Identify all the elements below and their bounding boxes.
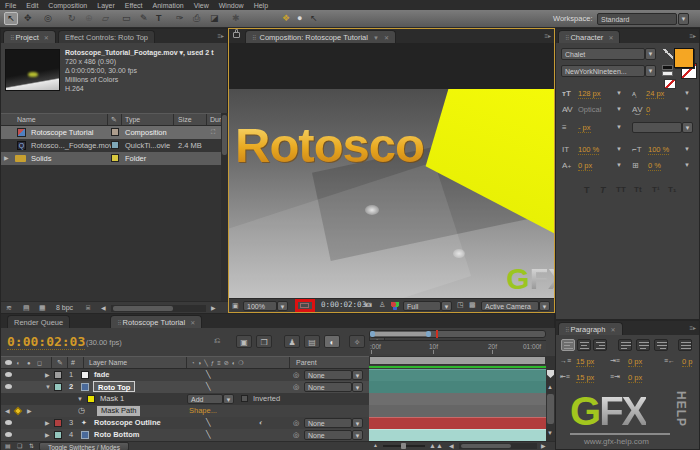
menu-window[interactable]: Window	[214, 2, 249, 9]
tracking-value[interactable]: 0	[646, 105, 650, 115]
twirl-icon[interactable]: ▶	[45, 417, 50, 429]
horizontal-scale-arrow[interactable]: ▼	[684, 146, 690, 152]
time-navigator[interactable]	[369, 330, 546, 338]
hscroll-right-icon[interactable]: ▶	[541, 442, 546, 449]
twirl-icon[interactable]: ▼	[77, 393, 83, 405]
space-before-value[interactable]: 15 px	[576, 373, 594, 383]
stopwatch-icon[interactable]: ◷	[78, 405, 85, 417]
fill-color-swatch[interactable]	[674, 48, 694, 68]
selection-tool-icon[interactable]: ↖	[4, 12, 18, 25]
axis-mode-icon[interactable]: ❖	[282, 13, 290, 23]
layer-bar-outline[interactable]	[369, 417, 546, 429]
bw-swatch-white[interactable]	[662, 71, 673, 76]
hand-tool-icon[interactable]: ✥	[24, 13, 32, 23]
hscroll-left-icon[interactable]: ◀	[449, 442, 454, 449]
composition-viewer[interactable]: Rotosco GFX	[229, 43, 554, 298]
kerning-arrow[interactable]: ▼	[616, 106, 622, 112]
project-row-footage[interactable]: Q Rotosco..._Footage.mov QuickTi...ovie …	[1, 139, 221, 152]
workspace-select[interactable]: Standard	[597, 13, 677, 25]
brainstorm-icon[interactable]: ✧	[349, 335, 365, 348]
all-caps-button[interactable]: TT	[616, 185, 626, 194]
eraser-tool-icon[interactable]: ◪	[210, 13, 219, 23]
switch-slash[interactable]: ╲	[206, 429, 211, 441]
timeline-zoom-slider[interactable]	[383, 445, 425, 447]
menu-help[interactable]: Help	[249, 2, 273, 9]
layer-row-roto-bottom[interactable]: ▶ 4 Roto Bottom ╲ ◎ None ▼	[1, 429, 369, 441]
stroke-width-value[interactable]: - px	[578, 123, 591, 133]
puppet-pin-tool-icon[interactable]: ✱	[232, 13, 240, 23]
parent-arrow[interactable]: ▼	[352, 370, 363, 380]
space-after-value[interactable]: 0 px	[628, 373, 642, 383]
label-chip-tan[interactable]	[111, 128, 119, 136]
camera-select[interactable]: Active Camera	[481, 301, 539, 311]
motion-blur-icon[interactable]: ◐	[324, 335, 340, 348]
panel-menu-icon[interactable]: ≡▸	[689, 32, 696, 39]
channels-icon[interactable]	[391, 302, 399, 310]
magnification-select[interactable]: 100%	[243, 301, 277, 311]
tab-project[interactable]: ⠿Project ✕	[3, 30, 56, 43]
layer-name[interactable]: Roto Top	[93, 381, 135, 392]
project-hscrollbar[interactable]	[111, 305, 206, 312]
expand-icon[interactable]: ⛶	[211, 126, 215, 139]
pan-behind-tool-icon[interactable]: ▱	[102, 13, 109, 23]
mask-mode-arrow[interactable]: ▼	[223, 394, 234, 404]
workspace-dropdown-arrow[interactable]: ▼	[678, 13, 689, 25]
switch-slash[interactable]: ╲	[206, 369, 211, 381]
mask-name[interactable]: Mask 1	[100, 393, 124, 405]
align-right-button[interactable]	[593, 339, 607, 351]
mask-path-row[interactable]: ◀ ▶ ◷ Mask Path Shape...	[1, 405, 369, 417]
baseline-shift-value[interactable]: 0 px	[578, 161, 592, 171]
project-row-composition[interactable]: Rotoscope Tutorial Composition ⛶	[1, 126, 221, 139]
label-column-icon[interactable]: ✎	[111, 114, 117, 126]
indent-right-value[interactable]: 0 p	[682, 357, 692, 367]
keyframe-next-icon[interactable]: ▶	[27, 405, 32, 417]
tab-effect-controls[interactable]: Effect Controls: Roto Top	[58, 30, 155, 43]
show-snapshot-icon[interactable]: ♙	[379, 299, 385, 311]
time-ruler[interactable]: :00f 10f 20f 01:00f	[369, 340, 546, 354]
panel-menu-icon[interactable]: ≡▸	[217, 32, 224, 39]
magnification-arrow[interactable]: ▼	[277, 301, 288, 311]
viewer-timecode[interactable]: 0:00:02:03	[321, 299, 366, 311]
resolution-select[interactable]: Full	[403, 301, 441, 311]
twirl-icon[interactable]: ▶	[4, 152, 9, 165]
navigator-cti[interactable]	[436, 330, 438, 338]
mask-row[interactable]: ▼ Mask 1 Add ▼ Inverted	[1, 393, 369, 405]
layer-name[interactable]: Roto Bottom	[94, 429, 139, 441]
menu-composition[interactable]: Composition	[43, 2, 92, 9]
menu-edit[interactable]: Edit	[21, 2, 43, 9]
keyframe-diamond-icon[interactable]	[14, 407, 22, 415]
menu-file[interactable]: File	[0, 2, 21, 9]
leading-arrow[interactable]: ▼	[684, 90, 690, 96]
pin-mode-icon[interactable]: ●	[297, 13, 302, 23]
switch-slash[interactable]: ╲	[206, 417, 211, 429]
mask-color-chip[interactable]	[87, 395, 95, 403]
layer-bar-roto-bottom[interactable]	[369, 429, 546, 441]
toggle-switches-button[interactable]: Toggle Switches / Modes	[39, 442, 129, 450]
expand-layers-icon[interactable]: ▤	[5, 442, 11, 449]
twirl-icon[interactable]: ▼	[45, 381, 51, 393]
vertical-scale-value[interactable]: 100 %	[578, 145, 599, 155]
horizontal-scale-value[interactable]: 100 %	[648, 145, 669, 155]
justify-last-left-button[interactable]	[618, 339, 632, 351]
faux-bold-button[interactable]: T	[584, 185, 590, 195]
project-vscrollbar[interactable]	[221, 113, 228, 301]
layer-row-roto-top[interactable]: ▼ 2 Roto Top ╲ ◎ None ▼	[1, 381, 369, 393]
label-chip-blue[interactable]	[111, 141, 119, 149]
justify-last-right-button[interactable]	[654, 339, 668, 351]
lock-column-icon[interactable]: ◻	[37, 357, 42, 369]
small-caps-button[interactable]: Tt	[634, 185, 642, 194]
draft-3d-icon[interactable]: ❒	[256, 335, 272, 348]
justify-last-center-button[interactable]	[636, 339, 650, 351]
close-icon[interactable]: ✕	[44, 32, 49, 45]
justify-all-button[interactable]	[678, 339, 692, 351]
work-area-bar[interactable]	[369, 356, 546, 365]
scroll-up-icon[interactable]: ▲	[547, 384, 553, 390]
video-column-icon[interactable]	[5, 360, 12, 365]
layer-name[interactable]: fade	[94, 369, 109, 381]
close-icon[interactable]: ✕	[611, 324, 616, 337]
panel-menu-icon[interactable]: ≡▸	[689, 324, 696, 331]
region-of-interest-icon[interactable]: ◳	[457, 299, 464, 311]
eye-icon[interactable]	[5, 432, 12, 437]
resolution-arrow[interactable]: ▼	[441, 301, 452, 311]
menu-effect[interactable]: Effect	[120, 2, 148, 9]
